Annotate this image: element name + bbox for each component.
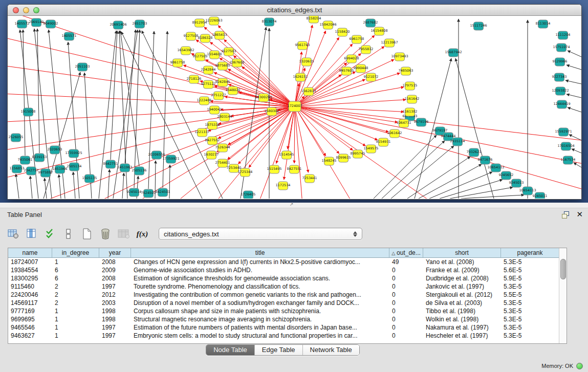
graph-node[interactable]: 9127503 (222, 48, 236, 56)
graph-node[interactable]: 8995745 (351, 150, 365, 158)
function-builder-icon[interactable]: f(x) (136, 228, 148, 240)
graph-node[interactable]: 7526344 (215, 144, 230, 152)
delete-table-icon[interactable] (99, 228, 112, 240)
graph-node[interactable]: 7253441 (302, 174, 317, 183)
graph-node[interactable]: 1451966 (53, 165, 68, 173)
graph-node[interactable]: 16154808 (371, 27, 387, 35)
table-settings-icon[interactable] (7, 228, 19, 240)
graph-node[interactable]: 2751227 (211, 92, 226, 100)
graph-node[interactable]: 17359925 (65, 149, 82, 158)
graph-node[interactable]: 8313074 (262, 18, 277, 26)
graph-node[interactable]: 9121072 (364, 73, 379, 81)
graph-node[interactable]: 9245013 (509, 179, 524, 187)
scrollbar-thumb[interactable] (560, 259, 566, 279)
graph-node[interactable]: 9245652 (499, 171, 514, 180)
graph-node[interactable]: 9127508 (184, 32, 199, 40)
graph-node[interactable]: 6994028 (344, 55, 359, 63)
graph-node[interactable]: 1451963 (118, 164, 133, 172)
graph-node[interactable]: 8113014 (536, 20, 551, 28)
table-row[interactable]: 2242004622012Investigating the contribut… (8, 291, 559, 299)
column-header-out-de-[interactable]: △out_de... (389, 248, 423, 257)
graph-node[interactable]: 9561743 (295, 41, 310, 50)
graph-node[interactable]: 9129966 (553, 58, 568, 66)
tab-network-table[interactable]: Network Table (303, 345, 359, 355)
graph-node[interactable]: 1548245 (322, 157, 337, 165)
graph-node[interactable]: 1554608 (207, 51, 222, 59)
graph-node[interactable]: 1221337 (195, 128, 210, 137)
graph-node[interactable]: 1915008 (21, 108, 36, 116)
table-row[interactable]: 977716911998Corpus callosum shape and si… (8, 307, 559, 315)
graph-node[interactable]: 10654112 (487, 164, 504, 172)
graph-node[interactable]: 2718126 (187, 75, 202, 83)
new-table-icon[interactable] (81, 228, 93, 240)
table-row[interactable]: 1830029562008Estimation of significance … (8, 274, 559, 282)
graph-node[interactable]: 8158204 (307, 16, 321, 23)
graph-node[interactable]: 7624501 (141, 189, 156, 198)
graph-node[interactable]: 1156853 (10, 165, 25, 173)
graph-node[interactable]: 2505134 (67, 163, 82, 171)
graph-node[interactable]: 2803144 (217, 113, 232, 121)
graph-node[interactable]: 2242844 (201, 66, 216, 74)
graph-node[interactable]: 7485063 (399, 67, 413, 75)
float-panel-icon[interactable] (562, 211, 569, 218)
import-table-icon[interactable] (118, 228, 130, 240)
table-row[interactable]: 911546021997Tourette syndrome. Phenomeno… (8, 282, 559, 291)
graph-node[interactable]: 2051103 (75, 63, 90, 71)
table-row[interactable]: 969969511998Structural magnetic resonanc… (8, 315, 559, 323)
graph-node[interactable]: 1405571 (62, 32, 77, 40)
column-header-pagerank[interactable]: pagerank (501, 248, 559, 257)
graph-node[interactable]: 1064731 (397, 119, 411, 127)
graph-node[interactable]: 7955812 (359, 46, 374, 54)
graph-node[interactable]: 2935114 (450, 138, 465, 146)
network-canvas[interactable]: 1405572206914080490021405571206914062651… (8, 16, 581, 199)
graph-node[interactable]: 6961758 (350, 35, 364, 43)
graph-node[interactable]: 12213967 (381, 39, 398, 47)
graph-node[interactable]: 9154931 (376, 138, 391, 146)
graph-node[interactable]: 1505135 (82, 174, 97, 183)
graph-node[interactable]: 9127505 (193, 53, 208, 61)
graph-node[interactable]: 2069140 (29, 18, 44, 27)
graph-node[interactable]: 2505136 (132, 167, 147, 175)
graph-node[interactable]: 12444419 (553, 100, 570, 108)
close-panel-icon[interactable]: ✕ (576, 211, 583, 218)
panel-resize-handle[interactable]: ↗ (0, 203, 588, 208)
graph-node[interactable]: 1630217 (204, 151, 219, 159)
select-columns-icon[interactable] (26, 228, 38, 240)
graph-node[interactable]: 15117246 (470, 22, 487, 30)
graph-node[interactable]: 2687682 (363, 19, 378, 27)
graph-node[interactable]: 1548020 (226, 86, 241, 95)
window-titlebar[interactable]: citations_edges.txt (8, 5, 581, 16)
graph-node[interactable]: 1725344 (238, 168, 253, 177)
graph-node[interactable]: 9242845 (215, 78, 230, 86)
column-header-title[interactable]: title (131, 248, 389, 257)
graph-node[interactable]: 8186328 (198, 34, 213, 42)
graph-node[interactable]: 2651703 (133, 20, 147, 28)
graph-node[interactable]: 1514545 (279, 151, 294, 159)
tab-edge-table[interactable]: Edge Table (255, 345, 303, 355)
graph-node[interactable]: 1167534 (561, 156, 576, 164)
graph-node[interactable]: 1222486 (197, 97, 212, 105)
table-row[interactable]: 946362711997Embryonic stem cells: a mode… (8, 332, 559, 340)
graph-node[interactable]: 2526055 (9, 134, 24, 142)
column-header-year[interactable]: year (99, 248, 131, 257)
graph-node[interactable]: 12093822 (552, 87, 569, 95)
graph-node[interactable]: 2342757 (24, 167, 39, 175)
graph-node[interactable]: 1865413 (212, 31, 227, 39)
row-height-icon[interactable] (62, 228, 75, 240)
graph-node[interactable]: 2020653 (48, 146, 62, 154)
graph-node[interactable]: 15687942 (445, 49, 462, 57)
graph-node[interactable]: 1940043 (207, 106, 222, 114)
graph-node[interactable]: 1161642 (405, 95, 420, 103)
graph-node[interactable]: 9679196 (414, 118, 429, 126)
table-row[interactable]: 1456911722003Disruption of a novel membe… (8, 299, 559, 307)
network-view[interactable]: 1405572206914080490021405571206914062651… (8, 16, 581, 199)
graph-node[interactable]: 17359921 (162, 155, 179, 163)
column-header-in-degree[interactable]: in_degree (52, 248, 99, 257)
graph-node[interactable]: 8912954 (192, 19, 207, 27)
graph-node[interactable]: 7932621 (467, 148, 482, 157)
graph-node[interactable]: 12226063 (205, 17, 222, 25)
select-all-rows-icon[interactable] (44, 228, 56, 240)
graph-node[interactable]: 9975887 (38, 169, 53, 177)
graph-node[interactable]: 8427552 (205, 137, 220, 145)
graph-node[interactable]: 1172534 (276, 182, 291, 190)
